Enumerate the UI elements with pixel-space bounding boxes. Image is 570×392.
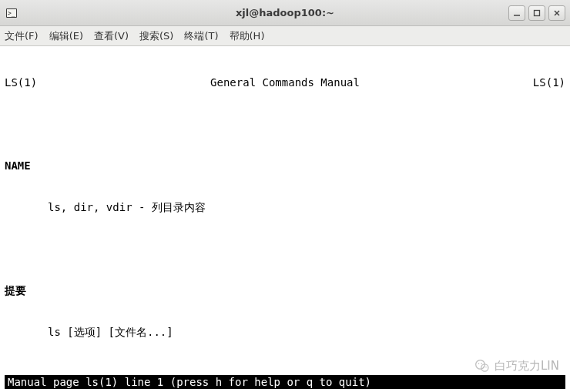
- manpage-header-center: General Commands Manual: [37, 75, 533, 89]
- menu-search[interactable]: 搜索(S): [139, 29, 173, 43]
- app-icon: >_: [5, 6, 18, 20]
- menu-edit[interactable]: 编辑(E): [49, 29, 83, 43]
- menu-file[interactable]: 文件(F): [5, 29, 39, 43]
- menu-help[interactable]: 帮助(H): [230, 29, 265, 43]
- window-titlebar: >_ xjl@hadoop100:~: [0, 0, 570, 26]
- maximize-button[interactable]: [528, 5, 545, 21]
- window-title: xjl@hadoop100:~: [0, 7, 570, 18]
- manpage-header-left: LS(1): [5, 75, 37, 89]
- section-name-heading: NAME: [5, 159, 565, 173]
- pager-status-line: Manual page ls(1) line 1 (press h for he…: [5, 375, 565, 389]
- window-controls: [508, 5, 565, 21]
- manpage-header: LS(1) General Commands Manual LS(1): [5, 75, 565, 89]
- svg-text:>_: >_: [8, 10, 15, 17]
- minimize-button[interactable]: [508, 5, 525, 21]
- close-button[interactable]: [548, 5, 565, 21]
- menubar: 文件(F) 编辑(E) 查看(V) 搜索(S) 终端(T) 帮助(H): [0, 26, 570, 46]
- menu-view[interactable]: 查看(V): [94, 29, 129, 43]
- section-name-line: ls, dir, vdir - 列目录内容: [5, 200, 565, 214]
- section-synopsis-heading: 提要: [5, 283, 565, 297]
- menu-terminal[interactable]: 终端(T): [184, 29, 218, 43]
- synopsis-line: ls [选项] [文件名...]: [5, 325, 565, 339]
- terminal-viewport[interactable]: LS(1) General Commands Manual LS(1) NAME…: [0, 46, 570, 377]
- svg-rect-4: [535, 10, 540, 15]
- manpage-header-right: LS(1): [533, 75, 565, 89]
